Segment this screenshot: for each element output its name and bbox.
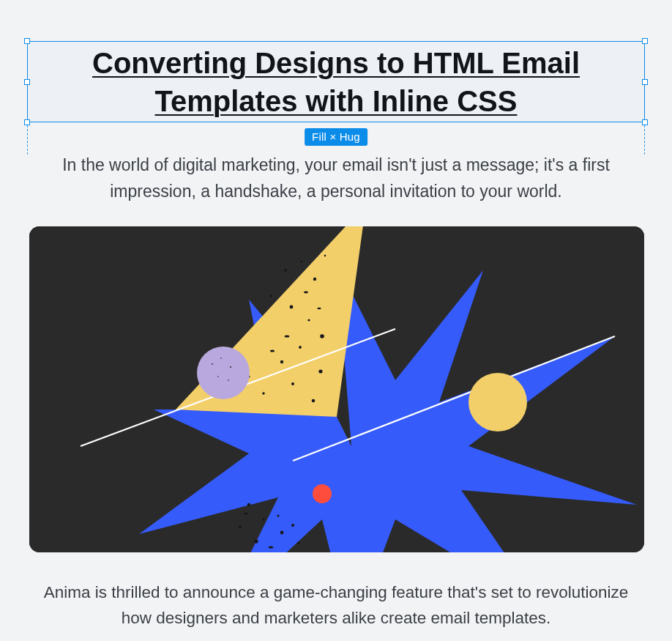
svg-point-5: [290, 305, 294, 309]
svg-point-11: [291, 382, 294, 385]
svg-point-23: [254, 539, 258, 543]
svg-point-2: [313, 278, 316, 281]
resize-handle-bottom-right[interactable]: [642, 119, 648, 125]
page-title[interactable]: Converting Designs to HTML Email Templat…: [27, 41, 645, 122]
svg-point-16: [285, 335, 290, 337]
svg-point-26: [291, 524, 294, 527]
svg-point-24: [239, 525, 242, 528]
svg-point-13: [312, 399, 316, 403]
constraint-badge: Fill × Hug: [305, 128, 367, 146]
svg-point-21: [280, 531, 284, 535]
svg-point-20: [262, 518, 264, 520]
svg-point-18: [270, 350, 275, 352]
svg-point-4: [269, 294, 272, 297]
svg-point-17: [317, 308, 321, 309]
red-dot: [313, 484, 332, 503]
svg-point-0: [284, 269, 287, 272]
design-canvas[interactable]: Converting Designs to HTML Email Templat…: [0, 0, 672, 641]
svg-point-9: [280, 360, 283, 363]
hero-illustration-icon: [29, 226, 644, 552]
resize-handle-mid-left[interactable]: [24, 79, 30, 85]
svg-point-25: [277, 515, 280, 517]
yellow-circle: [468, 373, 527, 431]
svg-point-15: [304, 292, 308, 294]
svg-point-1: [301, 261, 303, 263]
resize-handle-bottom-left[interactable]: [24, 119, 30, 125]
svg-point-30: [220, 357, 222, 359]
svg-point-28: [244, 513, 248, 515]
svg-point-22: [297, 541, 300, 544]
resize-handle-mid-right[interactable]: [642, 79, 648, 85]
svg-point-32: [217, 376, 219, 377]
resize-handle-top-left[interactable]: [24, 38, 30, 44]
svg-point-29: [212, 363, 213, 365]
resize-handle-top-right[interactable]: [642, 38, 648, 44]
svg-point-7: [320, 334, 324, 338]
svg-point-6: [307, 319, 310, 321]
alignment-guide-right: [644, 125, 645, 155]
alignment-guide-left: [27, 125, 28, 155]
svg-point-33: [228, 379, 229, 381]
heading-text[interactable]: Converting Designs to HTML Email Templat…: [34, 44, 638, 120]
hero-image[interactable]: [29, 226, 644, 552]
svg-point-12: [262, 392, 264, 394]
subheading-text[interactable]: In the world of digital marketing, your …: [29, 152, 643, 204]
body-text[interactable]: Anima is thrilled to announce a game-cha…: [29, 580, 643, 631]
lavender-circle: [197, 347, 250, 399]
svg-point-27: [269, 546, 273, 549]
svg-point-31: [230, 366, 232, 368]
svg-point-8: [299, 346, 302, 349]
svg-point-3: [324, 255, 326, 257]
svg-point-19: [247, 503, 250, 506]
svg-point-10: [318, 369, 322, 373]
